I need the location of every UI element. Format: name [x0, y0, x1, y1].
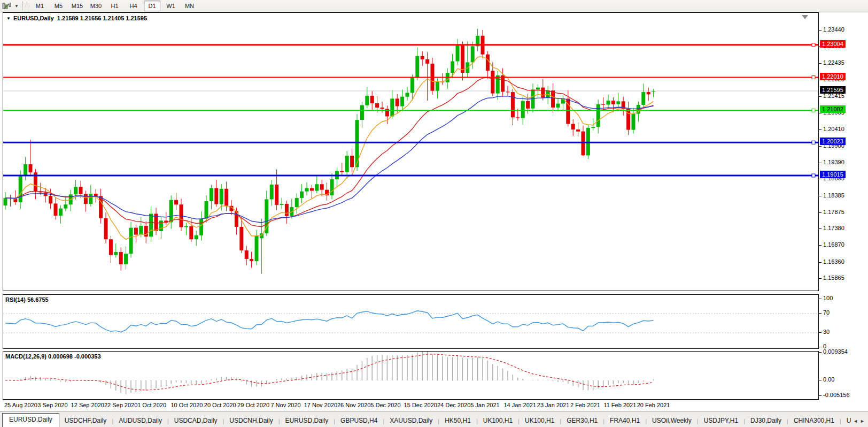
date-tick-label: 20 Oct 2020 [204, 402, 236, 408]
price-tick-label-tick [819, 30, 821, 30]
toolbar-grip[interactable] [22, 2, 27, 10]
hline-price-label[interactable]: 1.23004 [820, 40, 846, 48]
date-tick-label: 17 Nov 2020 [304, 402, 337, 408]
mt4-terminal: { "toolbar": { "timeframes": ["M1","M5",… [0, 0, 868, 427]
chart-tab-gbpusd-h4[interactable]: GBPUSD,H4 [335, 415, 383, 427]
rsi-tick-label: 100 [823, 295, 833, 301]
rsi-label: RSI(14) 56.6755 [5, 296, 49, 303]
date-tick-label: 23 Jan 2021 [537, 402, 570, 408]
rsi-canvas[interactable] [3, 295, 818, 348]
price-tick-label-tick [819, 262, 821, 263]
current-price-label[interactable]: 1.21595 [820, 86, 846, 94]
timeframe-button-mn[interactable]: MN [181, 1, 198, 11]
date-tick-label: 5 Dec 2020 [370, 402, 400, 408]
macd-tick-label-tick [819, 395, 821, 396]
price-tick-label-tick [819, 278, 821, 279]
rsi-tick-label-tick [819, 313, 821, 314]
timeframe-buttons: M1M5M15M30H1H4D1W1MN [30, 0, 199, 12]
price-tick-label-tick [819, 212, 821, 213]
tab-scroll-left-icon[interactable]: ◄ [853, 418, 860, 424]
hline-price-label[interactable]: 1.21002 [820, 105, 846, 113]
date-tick-label: 15 Dec 2020 [404, 402, 437, 408]
chart-tab-ger30-h1[interactable]: GER30,H1 [561, 415, 603, 427]
chart-tab-fra40-h1[interactable]: FRA40,H1 [604, 415, 645, 427]
rsi-tick-label-tick [819, 299, 821, 299]
chart-title-collapse-icon[interactable]: ▼ [6, 16, 11, 21]
rsi-tick-label-tick [819, 347, 821, 347]
chart-tab-dj30-daily[interactable]: DJ30,Daily [745, 415, 787, 427]
date-tick-label: 7 Nov 2020 [270, 402, 300, 408]
timeframe-button-w1[interactable]: W1 [162, 1, 179, 11]
price-tick-label-tick [819, 129, 821, 130]
date-tick-label: 14 Jan 2021 [504, 402, 537, 408]
profiles-icon[interactable] [1, 1, 13, 11]
tab-scroll-arrows[interactable]: ◄► [851, 418, 867, 424]
main-chart-canvas[interactable] [3, 13, 818, 291]
price-tick-label-tick [819, 96, 821, 97]
rsi-panel: RSI(14) 56.6755 [3, 294, 819, 349]
chart-tab-eurusd-daily[interactable]: EURUSD,Daily [280, 415, 334, 427]
macd-tick-label: 0.00 [823, 376, 834, 383]
chart-shift-marker[interactable] [802, 15, 808, 19]
timeframe-button-m30[interactable]: M30 [88, 1, 104, 11]
chart-tab-usdjpy-h1[interactable]: USDJPY,H1 [699, 415, 743, 427]
chart-tab-usdchf-daily[interactable]: USDCHF,Daily [59, 415, 112, 427]
timeframe-button-d1[interactable]: D1 [144, 1, 160, 11]
price-axis[interactable]: 1.234401.229301.224351.219251.214151.209… [819, 12, 868, 400]
price-tick-label: 1.15865 [823, 274, 844, 281]
chart-tab-usdcad-daily[interactable]: USDCAD,Daily [169, 415, 223, 427]
timeframe-button-m15[interactable]: M15 [69, 1, 86, 11]
timeframe-button-m5[interactable]: M5 [50, 1, 67, 11]
rsi-tick-label: 70 [823, 309, 830, 316]
hline-price-label[interactable]: 1.20023 [820, 138, 846, 145]
price-tick-label-tick [819, 245, 821, 246]
chart-tab-xauusd-daily[interactable]: XAUUSD,Daily [384, 415, 438, 427]
chart-tab-audusd-daily[interactable]: AUDUSD,Daily [113, 415, 167, 427]
date-tick-label: 2 Feb 2021 [570, 402, 600, 408]
rsi-tick-label-tick [819, 332, 821, 333]
price-tick-label: 1.18385 [823, 192, 844, 199]
timeframe-button-h4[interactable]: H4 [125, 1, 142, 11]
chart-tab-uk100-h1[interactable]: UK100,H1 [478, 415, 518, 427]
date-tick-label: 1 Oct 2020 [137, 402, 166, 408]
chart-title: ▼EURUSD,Daily 1.21589 1.21656 1.21405 1.… [6, 15, 147, 21]
price-tick-label-tick [819, 146, 821, 147]
date-axis[interactable]: 25 Aug 20203 Sep 202012 Sep 202022 Sep 2… [3, 400, 819, 411]
price-tick-label: 1.23440 [823, 26, 844, 33]
price-tick-label: 1.16360 [823, 258, 844, 265]
macd-tick-label: -0.005156 [823, 392, 850, 398]
chart-tab-bar: EURUSD,DailyUSDCHF,Daily|AUDUSD,Daily|US… [0, 411, 868, 427]
chart-tab-hk50-h1[interactable]: HK50,H1 [439, 415, 476, 427]
date-tick-label: 20 Feb 2021 [637, 402, 670, 408]
profiles-icon-glyph [2, 2, 12, 10]
macd-tick-label-tick [819, 380, 821, 380]
toolbar: ▼ M1M5M15M30H1H4D1W1MN [0, 0, 868, 12]
timeframe-button-h1[interactable]: H1 [106, 1, 123, 11]
timeframe-button-m1[interactable]: M1 [32, 1, 48, 11]
date-tick-label: 24 Dec 2020 [437, 402, 470, 408]
chart-tab-usoil-weekly[interactable]: USOil,Weekly [647, 415, 697, 427]
chart-tab-uk100-h1[interactable]: UK100,H1 [520, 415, 560, 427]
date-tick-label: 11 Feb 2021 [603, 402, 636, 408]
price-tick-label: 1.17875 [823, 209, 844, 215]
price-tick-label-tick [819, 63, 821, 64]
chart-title-ohlc: 1.21589 1.21656 1.21405 1.21595 [57, 15, 147, 21]
price-tick-label-tick [819, 113, 821, 113]
date-tick-label: 10 Oct 2020 [171, 402, 203, 408]
chart-tab-china300-h1[interactable]: CHINA300,H1 [788, 415, 840, 427]
price-tick-label: 1.22435 [823, 59, 844, 66]
chart-tab-eurusd-daily[interactable]: EURUSD,Daily [2, 413, 59, 427]
hline-price-label[interactable]: 1.19015 [820, 171, 846, 178]
macd-canvas[interactable] [3, 352, 818, 399]
hline-price-label[interactable]: 1.22010 [820, 73, 846, 80]
tab-scroll-right-icon[interactable]: ► [860, 418, 867, 424]
chart-tab-usdcnh-daily[interactable]: USDCNH,Daily [224, 415, 278, 427]
chart-title-symbol: EURUSD,Daily [13, 15, 54, 21]
price-tick-label-tick [819, 196, 821, 196]
profiles-dropdown-caret[interactable]: ▼ [13, 4, 20, 9]
price-tick-label-tick [819, 228, 821, 229]
main-chart-panel: ▼EURUSD,Daily 1.21589 1.21656 1.21405 1.… [3, 12, 819, 291]
date-tick-label: 22 Sep 2020 [104, 402, 137, 408]
date-tick-label: 5 Jan 2021 [470, 402, 499, 408]
price-tick-label: 1.16870 [823, 241, 844, 248]
